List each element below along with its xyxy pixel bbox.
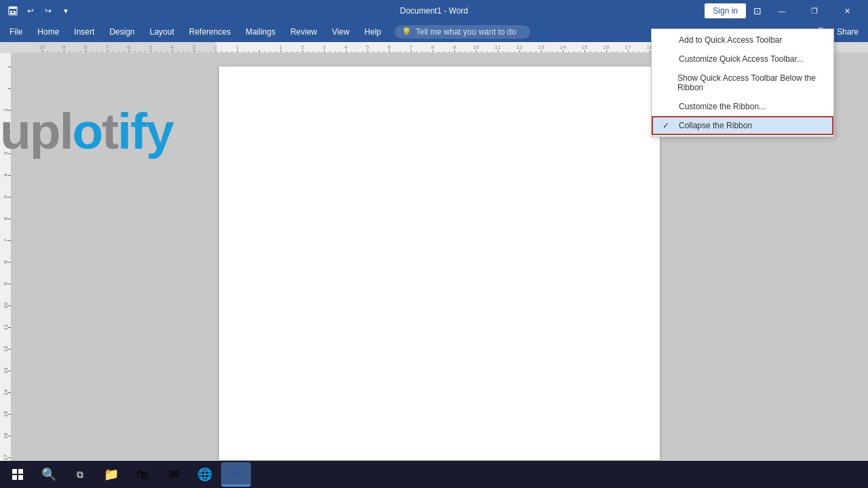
vertical-ruler bbox=[0, 53, 11, 472]
word-taskbar[interactable]: W bbox=[221, 462, 251, 487]
ctx-check-collapse: ✓ bbox=[663, 121, 673, 130]
restore-button[interactable]: ❐ bbox=[799, 0, 830, 22]
svg-rect-5 bbox=[18, 469, 23, 474]
store-taskbar[interactable]: 🛍 bbox=[127, 462, 157, 487]
document-page[interactable] bbox=[219, 67, 660, 460]
ctx-collapse-ribbon[interactable]: ✓ Collapse the Ribbon bbox=[652, 116, 833, 135]
ctx-label-customize-ribbon: Customize the Ribbon... bbox=[679, 102, 766, 111]
task-view-button[interactable]: ⧉ bbox=[65, 462, 95, 487]
title-bar: ↩ ↪ ▾ Document1 - Word Sign in ⊡ — ❐ ✕ bbox=[0, 0, 868, 22]
close-button[interactable]: ✕ bbox=[831, 0, 863, 22]
lightbulb-icon: 💡 bbox=[401, 27, 412, 37]
file-explorer-taskbar[interactable]: 📁 bbox=[96, 462, 126, 487]
undo-icon[interactable]: ↩ bbox=[23, 3, 38, 18]
save-icon[interactable] bbox=[5, 3, 20, 18]
title-bar-left: ↩ ↪ ▾ bbox=[5, 3, 73, 18]
svg-rect-4 bbox=[12, 469, 17, 474]
menu-references[interactable]: References bbox=[182, 23, 237, 41]
ribbon-display-icon[interactable]: ⊡ bbox=[750, 3, 765, 18]
vertical-ruler-canvas bbox=[0, 53, 11, 460]
edge-taskbar[interactable]: 🌐 bbox=[190, 462, 220, 487]
menu-help[interactable]: Help bbox=[357, 23, 388, 41]
menu-file[interactable]: File bbox=[3, 23, 29, 41]
context-menu: Add to Quick Access Toolbar Customize Qu… bbox=[651, 29, 834, 137]
redo-icon[interactable]: ↪ bbox=[41, 3, 56, 18]
svg-rect-3 bbox=[12, 12, 14, 13]
menu-home[interactable]: Home bbox=[31, 23, 66, 41]
dropdown-icon[interactable]: ▾ bbox=[58, 3, 73, 18]
tell-me-label: Tell me what you want to do bbox=[416, 27, 516, 37]
menu-insert[interactable]: Insert bbox=[67, 23, 101, 41]
taskbar: 🔍 ⧉ 📁 🛍 ✉ 🌐 W bbox=[0, 461, 868, 488]
ctx-customize-quick-access[interactable]: Customize Quick Access Toolbar... bbox=[652, 50, 833, 69]
title-bar-right: Sign in ⊡ — ❐ ✕ bbox=[705, 0, 863, 22]
menu-review[interactable]: Review bbox=[283, 23, 323, 41]
ctx-label-customize-quick-access: Customize Quick Access Toolbar... bbox=[679, 54, 804, 64]
start-button[interactable] bbox=[3, 462, 33, 487]
minimize-button[interactable]: — bbox=[766, 0, 797, 22]
menu-design[interactable]: Design bbox=[102, 23, 141, 41]
mail-taskbar[interactable]: ✉ bbox=[159, 462, 189, 487]
share-button[interactable]: Share bbox=[830, 24, 865, 39]
menu-layout[interactable]: Layout bbox=[143, 23, 181, 41]
menu-mailings[interactable]: Mailings bbox=[239, 23, 282, 41]
title-bar-title: Document1 - Word bbox=[400, 6, 468, 16]
ctx-customize-ribbon[interactable]: Customize the Ribbon... bbox=[652, 97, 833, 116]
menu-view[interactable]: View bbox=[326, 23, 357, 41]
ctx-label-show-below-ribbon: Show Quick Access Toolbar Below the Ribb… bbox=[677, 73, 823, 92]
svg-rect-7 bbox=[18, 475, 23, 480]
sign-in-button[interactable]: Sign in bbox=[705, 3, 746, 18]
ctx-label-add-quick-access: Add to Quick Access Toolbar bbox=[679, 35, 783, 45]
ctx-label-collapse-ribbon: Collapse the Ribbon bbox=[679, 121, 752, 130]
svg-rect-6 bbox=[12, 475, 17, 480]
search-taskbar-button[interactable]: 🔍 bbox=[34, 462, 64, 487]
ctx-add-quick-access[interactable]: Add to Quick Access Toolbar bbox=[652, 31, 833, 50]
ctx-show-below-ribbon[interactable]: Show Quick Access Toolbar Below the Ribb… bbox=[652, 69, 833, 97]
tell-me-input[interactable]: 💡 Tell me what you want to do bbox=[395, 25, 530, 39]
